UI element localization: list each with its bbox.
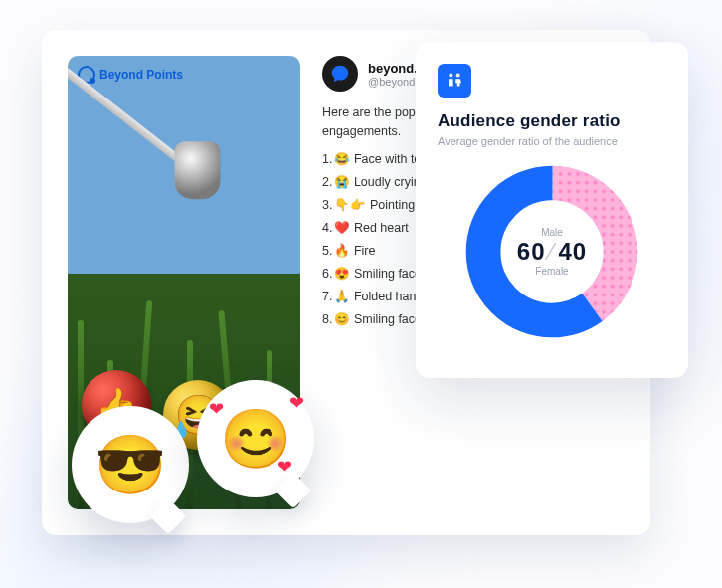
female-label: Female [517,266,587,277]
post-handle[interactable]: @beyond. [368,76,418,88]
emoji-bubble-cool: 😎 [72,406,189,523]
card-title: Audience gender ratio [438,111,666,131]
sunglasses-emoji-icon: 😎 [94,431,166,498]
female-value: 40 [559,238,588,265]
avatar[interactable] [322,56,358,92]
emoji-bubble-blush: 😊 ❤ ❤ ❤ [197,380,314,497]
heart-icon: ❤ [209,398,224,420]
svg-point-0 [449,73,452,77]
male-value: 60 [517,238,546,265]
post-username[interactable]: beyond. [368,61,418,76]
speech-bubble-icon [329,63,351,85]
gender-icon [438,64,471,98]
svg-point-1 [456,73,460,77]
brand-badge: Beyond Points [78,66,183,84]
card-subtitle: Average gender ratio of the audience [438,135,666,147]
brand-text: Beyond Points [99,68,183,82]
donut-chart: Male 60∕40 Female [461,161,642,342]
male-label: Male [517,227,587,238]
heart-icon: ❤ [289,392,304,414]
heart-icon: ❤ [277,456,292,478]
value-separator: ∕ [545,238,558,265]
gender-ratio-card: Audience gender ratio Average gender rat… [416,42,688,378]
donut-center: Male 60∕40 Female [517,227,587,277]
